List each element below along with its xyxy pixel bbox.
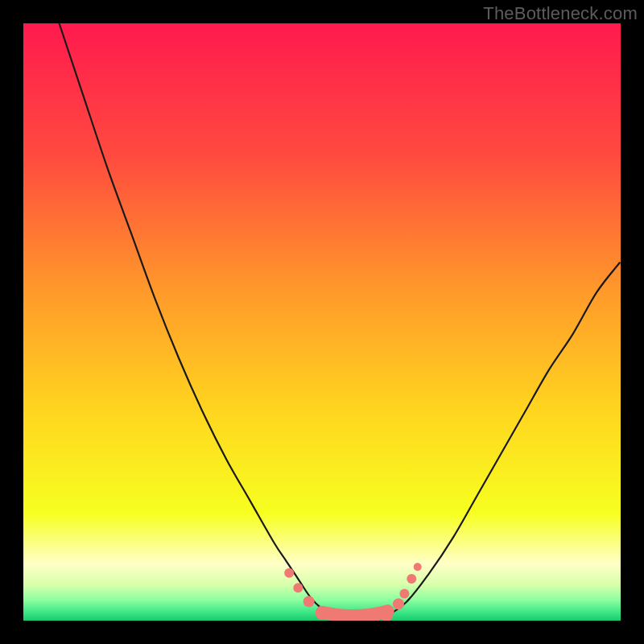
- chart-frame: TheBottleneck.com: [0, 0, 644, 644]
- svg-rect-0: [23, 23, 621, 621]
- gradient-background: [23, 23, 621, 621]
- plot-area: [23, 23, 621, 621]
- watermark-text: TheBottleneck.com: [483, 3, 638, 24]
